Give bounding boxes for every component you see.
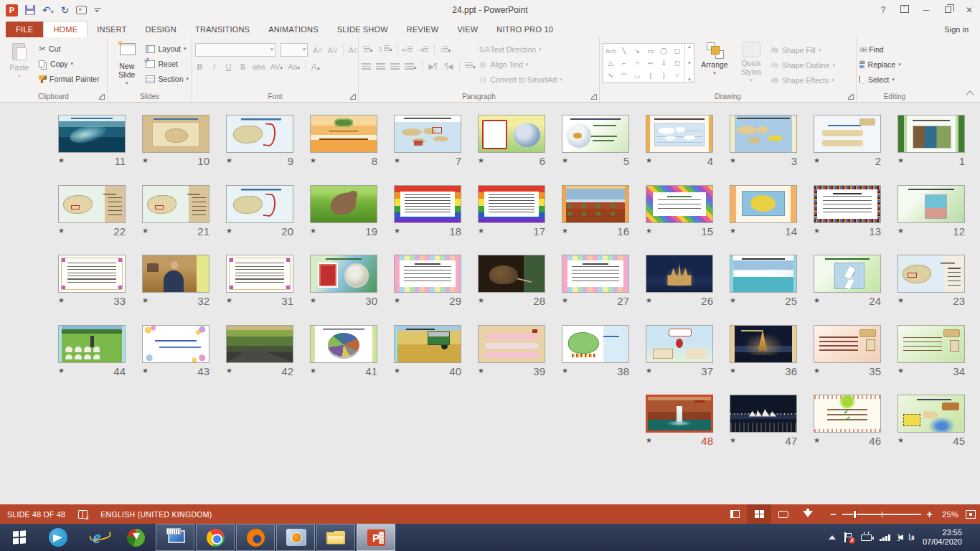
paste-button[interactable]: Paste▾ <box>3 39 36 90</box>
slide-thumbnail-4[interactable] <box>646 115 713 153</box>
slide-thumbnail-29[interactable] <box>394 255 461 293</box>
animation-star-icon[interactable]: ★ <box>814 297 820 304</box>
slide-thumbnail-28[interactable] <box>478 255 545 293</box>
slide-thumbnail-37[interactable] <box>646 325 713 363</box>
animation-star-icon[interactable]: ★ <box>226 297 232 304</box>
font-name-combo[interactable] <box>195 43 275 57</box>
change-case-button[interactable]: Aa▾ <box>288 62 300 71</box>
customize-qat-icon[interactable] <box>94 8 101 12</box>
slide-thumbnail-45[interactable] <box>897 395 965 433</box>
slide-thumbnail-22[interactable] <box>58 185 126 223</box>
taskbar-firefox[interactable] <box>236 524 275 551</box>
paragraph-dialog-launcher[interactable] <box>591 94 597 100</box>
tab-animations[interactable]: ANIMATIONS <box>259 22 328 37</box>
animation-star-icon[interactable]: ★ <box>478 227 484 235</box>
convert-smartart-button[interactable]: ⊟Convert to SmartArt▾ <box>479 73 562 86</box>
slide-thumbnail-25[interactable] <box>730 255 797 293</box>
hidden-icons-arrow[interactable] <box>829 535 836 540</box>
animation-star-icon[interactable]: ★ <box>310 297 316 304</box>
slide-thumbnail-32[interactable] <box>142 255 209 293</box>
drawing-dialog-launcher[interactable] <box>848 94 854 100</box>
animation-star-icon[interactable]: ★ <box>897 437 904 444</box>
align-text-button[interactable]: ⊞Align Text▾ <box>479 58 562 71</box>
zoom-slider-handle[interactable] <box>853 510 857 519</box>
animation-star-icon[interactable]: ★ <box>58 297 65 304</box>
find-button[interactable]: ⌾⌾Find <box>859 43 901 56</box>
animation-star-icon[interactable]: ★ <box>142 227 149 235</box>
new-slide-button[interactable]: New Slide▾ <box>110 39 143 90</box>
animation-star-icon[interactable]: ★ <box>646 297 652 304</box>
slide-thumbnail-33[interactable] <box>58 255 126 293</box>
tab-home[interactable]: HOME <box>43 21 88 37</box>
slide-thumbnail-44[interactable] <box>58 325 126 363</box>
bold-button[interactable]: B <box>195 62 204 71</box>
reading-view-button[interactable] <box>771 504 796 524</box>
strikethrough-button[interactable]: abc <box>253 62 265 71</box>
taskbar-telegram[interactable] <box>39 524 77 551</box>
underline-button[interactable]: U <box>224 62 233 71</box>
increase-indent-button[interactable]: ⇥ <box>418 46 429 54</box>
text-direction-button[interactable]: ⇅AText Direction▾ <box>479 43 562 56</box>
animation-star-icon[interactable]: ★ <box>394 227 400 235</box>
normal-view-button[interactable] <box>722 504 747 524</box>
animation-star-icon[interactable]: ★ <box>310 157 316 164</box>
animation-star-icon[interactable]: ★ <box>814 437 820 444</box>
slide-thumbnail-40[interactable] <box>394 325 461 363</box>
grow-font-button[interactable]: A˄ <box>313 46 323 55</box>
taskbar-remote-pc[interactable] <box>156 524 194 551</box>
tab-slideshow[interactable]: SLIDE SHOW <box>328 22 397 37</box>
animation-star-icon[interactable]: ★ <box>730 227 736 235</box>
replace-button[interactable]: abacReplace▾ <box>859 58 901 71</box>
slide-thumbnail-10[interactable] <box>142 115 209 153</box>
tab-transitions[interactable]: TRANSITIONS <box>186 22 259 37</box>
restore-button[interactable] <box>937 5 958 15</box>
slide-thumbnail-24[interactable] <box>814 255 881 293</box>
copy-button[interactable]: Copy▾ <box>39 57 99 70</box>
zoom-slider[interactable] <box>842 514 921 515</box>
slide-thumbnail-38[interactable] <box>562 325 629 363</box>
shape-outline-button[interactable]: Shape Outline▾ <box>771 59 835 72</box>
sign-in-link[interactable]: Sign in <box>933 22 980 37</box>
italic-button[interactable]: I <box>209 62 219 71</box>
animation-star-icon[interactable]: ★ <box>814 367 820 375</box>
action-center-flag-icon[interactable] <box>844 532 853 542</box>
slide-thumbnail-20[interactable] <box>226 185 293 223</box>
animation-star-icon[interactable]: ★ <box>226 227 232 235</box>
zoom-percentage[interactable]: 25% <box>933 510 958 519</box>
taskbar-clock[interactable]: 23:55 07/04/2020 <box>923 528 965 547</box>
animation-star-icon[interactable]: ★ <box>897 297 904 304</box>
ribbon-display-options-button[interactable] <box>894 5 915 15</box>
slide-thumbnail-12[interactable] <box>897 185 965 223</box>
font-color-button[interactable]: A▾ <box>311 62 320 72</box>
animation-star-icon[interactable]: ★ <box>310 227 316 235</box>
undo-button[interactable]: ↶▾ <box>42 4 54 17</box>
animation-star-icon[interactable]: ★ <box>478 157 484 164</box>
animation-star-icon[interactable]: ★ <box>142 297 149 304</box>
slide-thumbnail-9[interactable] <box>226 115 293 153</box>
zoom-out-button[interactable]: − <box>830 509 836 520</box>
powerpoint-logo-icon[interactable]: P <box>6 4 18 17</box>
slide-thumbnail-17[interactable] <box>478 185 545 223</box>
animation-star-icon[interactable]: ★ <box>730 437 736 444</box>
columns-button[interactable]: ▾ <box>465 62 476 70</box>
slide-thumbnail-26[interactable] <box>646 255 713 293</box>
tab-review[interactable]: REVIEW <box>397 22 448 37</box>
tab-design[interactable]: DESIGN <box>136 22 186 37</box>
close-button[interactable]: ✕ <box>958 5 980 15</box>
animation-star-icon[interactable]: ★ <box>562 157 568 164</box>
shape-fill-button[interactable]: Shape Fill▾ <box>771 44 835 57</box>
slide-thumbnail-2[interactable] <box>814 115 881 153</box>
reset-button[interactable]: Reset <box>146 57 189 70</box>
slide-thumbnail-21[interactable] <box>142 185 209 223</box>
slide-thumbnail-8[interactable] <box>310 115 377 153</box>
slideshow-view-button[interactable] <box>796 504 820 524</box>
justify-button[interactable]: ▾ <box>405 60 417 72</box>
character-spacing-button[interactable]: AV▾ <box>270 62 283 71</box>
slide-thumbnail-13[interactable] <box>814 185 881 223</box>
collapse-ribbon-icon[interactable] <box>966 90 974 98</box>
tab-nitro-pro[interactable]: NITRO PRO 10 <box>487 22 562 37</box>
network-signal-icon[interactable] <box>880 534 890 541</box>
slide-sorter-view-button[interactable] <box>747 504 771 524</box>
animation-star-icon[interactable]: ★ <box>814 227 820 235</box>
taskbar-file-explorer[interactable] <box>316 524 355 551</box>
